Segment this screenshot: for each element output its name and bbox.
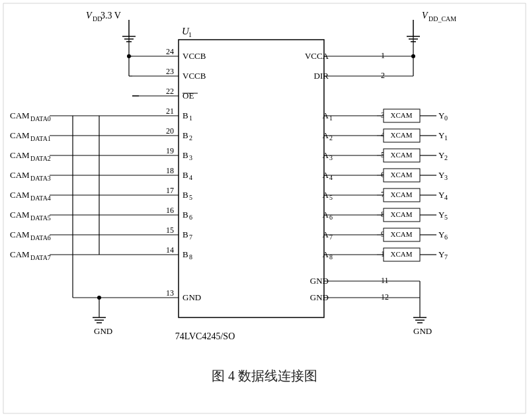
svg-text:A: A — [323, 249, 329, 259]
svg-text:DATA4: DATA4 — [30, 194, 51, 202]
svg-text:3: 3 — [444, 174, 448, 181]
svg-text:XCAM: XCAM — [390, 171, 412, 179]
svg-text:图 4   数据线连接图: 图 4 数据线连接图 — [212, 368, 317, 383]
svg-text:B: B — [183, 230, 188, 239]
diagram-container: U 1 74LVC4245/SO 24 VCCB 23 VCCB 22 OE 2… — [0, 0, 529, 420]
svg-text:CAM: CAM — [10, 130, 30, 140]
svg-text:XCAM: XCAM — [390, 190, 412, 198]
svg-text:A: A — [323, 110, 329, 120]
svg-text:6: 6 — [189, 214, 192, 221]
svg-text:5: 5 — [329, 194, 333, 201]
svg-text:1: 1 — [329, 114, 333, 122]
svg-text:DATA5: DATA5 — [30, 214, 51, 222]
svg-text:B: B — [183, 150, 188, 160]
svg-text:12: 12 — [381, 292, 389, 302]
svg-text:7: 7 — [189, 233, 192, 241]
svg-text:1: 1 — [188, 31, 192, 38]
svg-text:2: 2 — [381, 71, 385, 80]
svg-text:2: 2 — [329, 134, 333, 142]
svg-text:1: 1 — [381, 51, 385, 60]
svg-text:CAM: CAM — [10, 210, 30, 220]
svg-text:CAM: CAM — [10, 230, 30, 239]
svg-text:XCAM: XCAM — [390, 230, 412, 238]
svg-text:CAM: CAM — [10, 150, 30, 160]
svg-text:VCCB: VCCB — [183, 71, 206, 81]
svg-text:DATA1: DATA1 — [30, 135, 51, 142]
svg-text:21: 21 — [166, 106, 174, 116]
svg-text:5: 5 — [189, 194, 192, 201]
svg-text:5: 5 — [444, 214, 448, 221]
svg-text:24: 24 — [166, 47, 174, 56]
svg-text:15: 15 — [166, 226, 174, 235]
svg-text:19: 19 — [166, 146, 174, 155]
svg-text:XCAM: XCAM — [390, 111, 412, 119]
svg-text:CAM: CAM — [10, 170, 30, 180]
svg-text:7: 7 — [329, 233, 333, 241]
svg-text:A: A — [323, 150, 329, 160]
svg-text:8: 8 — [189, 253, 192, 261]
svg-text:A: A — [323, 210, 329, 220]
svg-text:B: B — [183, 210, 188, 220]
svg-text:4: 4 — [329, 174, 333, 181]
svg-text:XCAM: XCAM — [390, 210, 412, 218]
svg-text:4: 4 — [189, 174, 192, 181]
svg-text:A: A — [323, 190, 329, 200]
svg-text:GND: GND — [183, 292, 201, 302]
svg-text:XCAM: XCAM — [390, 250, 412, 258]
svg-text:1: 1 — [189, 114, 192, 122]
svg-text:2: 2 — [444, 154, 448, 161]
svg-text:16: 16 — [166, 206, 174, 215]
svg-text:14: 14 — [166, 245, 174, 255]
svg-text:OE: OE — [183, 91, 194, 101]
svg-text:CAM: CAM — [10, 249, 30, 259]
svg-text:8: 8 — [329, 253, 333, 261]
svg-text:18: 18 — [166, 166, 174, 175]
svg-text:DATA6: DATA6 — [30, 234, 51, 241]
svg-text:0: 0 — [444, 114, 448, 122]
svg-text:GND: GND — [413, 326, 432, 336]
svg-text:XCAM: XCAM — [390, 131, 412, 139]
svg-text:22: 22 — [166, 87, 174, 96]
svg-text:A: A — [323, 230, 329, 239]
svg-text:17: 17 — [166, 186, 174, 195]
svg-text:23: 23 — [166, 67, 174, 76]
svg-text:B: B — [183, 190, 188, 200]
svg-text:11: 11 — [381, 276, 389, 285]
svg-text:VCCB: VCCB — [183, 51, 206, 61]
svg-text:VCCA: VCCA — [305, 51, 329, 61]
svg-text:6: 6 — [329, 214, 333, 221]
svg-text:20: 20 — [166, 126, 174, 136]
svg-text:DATA2: DATA2 — [30, 155, 51, 162]
svg-text:GND: GND — [310, 292, 329, 302]
svg-text:B: B — [183, 130, 188, 140]
svg-text:B: B — [183, 110, 188, 120]
svg-text:DATA0: DATA0 — [30, 115, 51, 122]
svg-text:3.3 V: 3.3 V — [101, 11, 121, 21]
svg-text:A: A — [323, 170, 329, 180]
svg-text:CAM: CAM — [10, 110, 30, 120]
svg-text:1: 1 — [444, 134, 448, 142]
svg-text:6: 6 — [444, 233, 448, 241]
svg-point-155 — [411, 54, 415, 58]
svg-text:2: 2 — [189, 134, 192, 142]
svg-text:74LVC4245/SO: 74LVC4245/SO — [175, 331, 235, 341]
svg-text:3: 3 — [189, 154, 192, 161]
svg-text:7: 7 — [444, 253, 448, 261]
svg-text:GND: GND — [94, 326, 112, 336]
svg-text:DIR: DIR — [314, 71, 329, 81]
svg-point-102 — [127, 54, 131, 58]
svg-text:A: A — [323, 130, 329, 140]
svg-text:V: V — [86, 11, 93, 21]
svg-text:DATA3: DATA3 — [30, 175, 51, 182]
svg-text:4: 4 — [444, 194, 448, 201]
svg-text:DD_CAM: DD_CAM — [428, 15, 456, 22]
svg-text:GND: GND — [310, 276, 329, 286]
svg-text:V: V — [422, 11, 428, 21]
svg-text:XCAM: XCAM — [390, 151, 412, 159]
svg-text:13: 13 — [166, 288, 174, 298]
svg-text:DATA7: DATA7 — [30, 254, 51, 261]
svg-text:3: 3 — [329, 154, 333, 161]
svg-text:CAM: CAM — [10, 190, 30, 200]
svg-text:B: B — [183, 249, 188, 259]
svg-rect-0 — [179, 40, 324, 317]
